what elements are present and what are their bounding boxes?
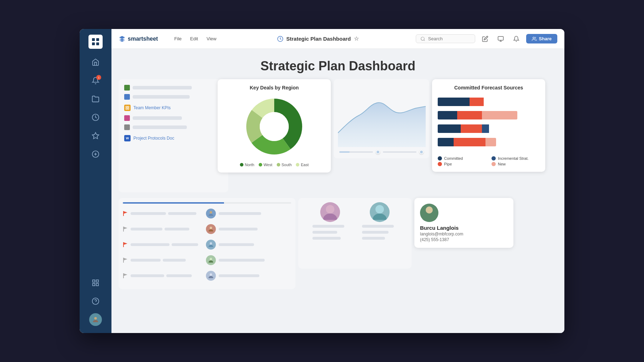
svg-rect-1 [96,38,99,41]
contact-name: Burcu Langlois [420,225,459,231]
user-avatar-icon[interactable] [88,312,103,327]
favorite-star[interactable]: ☆ [354,35,359,42]
team-member-kpis-item[interactable]: Team Member KPIs [124,103,223,112]
donut-chart [242,95,306,158]
svg-point-47 [326,205,334,214]
area-chart-card [334,79,429,158]
legend-east-dot [296,163,299,167]
svg-rect-0 [92,38,95,41]
flag-icon-red [123,242,128,247]
forecast-card: Committed Forecast Sources [432,79,545,172]
forecast-bar-row-4 [438,138,540,146]
table-row [123,269,291,282]
forecast-bar-row-1 [438,98,540,106]
area-chart [338,83,426,147]
menu-file[interactable]: File [171,35,185,43]
avatar-small [206,224,216,234]
svg-point-46 [210,273,212,276]
project-protocols-item[interactable]: W Project Protocols Doc [124,134,223,143]
sidebar-grid-icon[interactable] [88,275,103,291]
row-bars-right [219,212,291,215]
legend-committed: Committed [438,156,486,160]
dashboard-title: Strategic Plan Dashboard [286,36,351,42]
search-bar[interactable] [416,34,475,43]
contact-phone: (425) 555-1387 [420,237,449,242]
svg-rect-25 [126,108,127,110]
topbar-logo: smartsheet [119,35,158,42]
avatar-small [206,271,216,281]
sidebar-star-icon[interactable] [88,128,103,144]
svg-point-37 [210,227,212,229]
flag-icon-gray [123,258,128,263]
row-bars [131,212,203,215]
svg-line-18 [424,40,425,41]
flag-icon-red [123,211,128,216]
bar-placeholder [133,86,192,89]
forecast-legend: Committed Incremental Strat. Pipe N [438,156,540,166]
sidebar-bell-icon[interactable]: 1 [88,73,103,88]
key-deals-title: Key Deals by Region [223,85,325,90]
flag-icon-gray [123,273,128,278]
app-logo[interactable] [88,35,103,49]
svg-rect-33 [123,211,124,216]
person-1 [312,202,348,241]
sidebar-home-icon[interactable] [88,54,103,70]
menu-view[interactable]: View [203,35,220,43]
legend-pipe: Pipe [438,162,486,166]
kpi-doc-icon [124,105,131,111]
svg-point-17 [421,37,424,40]
svg-rect-26 [128,108,129,110]
sidebar-clock-icon[interactable] [88,110,103,125]
svg-point-43 [210,258,212,260]
contact-email: langlois@mbfcorp.com [420,232,463,237]
notification-icon[interactable] [511,33,522,45]
row-bars-right [219,259,291,262]
slider-handle-left[interactable] [376,150,380,154]
table-panel [119,198,295,289]
topbar: smartsheet File Edit View Strategic Plan… [111,29,564,49]
svg-rect-11 [93,284,95,286]
avatar-small [206,240,216,250]
sidebar-folder-icon[interactable] [88,91,103,107]
svg-point-49 [426,206,433,214]
table-row [123,254,291,267]
sidebar: 1 [80,29,111,333]
team-member-kpis-label: Team Member KPIs [133,105,171,110]
forecast-bars [438,95,540,152]
sidebar-add-icon[interactable] [88,146,103,162]
table-row [123,207,291,220]
menu-edit[interactable]: Edit [186,35,201,43]
left-panel: Team Member KPIs W Project Pro [119,79,228,192]
forecast-bar-row-2 [438,111,540,119]
sidebar-help-icon[interactable] [88,293,103,309]
bar-placeholder [133,95,190,99]
table-row [123,223,291,235]
panel-row-1 [124,85,223,90]
notification-badge: 1 [96,75,101,80]
donut-legend: North West South East [223,163,325,167]
svg-rect-2 [92,42,95,45]
panel-row-3 [124,115,223,121]
word-doc-icon: W [124,135,131,141]
svg-point-15 [94,317,97,320]
slider-handle-right[interactable] [419,150,424,154]
people-panel [298,198,412,269]
legend-new: New [491,162,540,166]
avatar-small [206,209,216,218]
color-indicator [124,115,130,121]
contact-avatar [420,204,438,222]
search-input[interactable] [428,36,471,41]
people-row [312,202,397,241]
present-icon[interactable] [495,33,506,45]
row-bars-right [219,274,291,277]
svg-point-34 [210,211,212,214]
bar-placeholder [133,125,187,129]
topbar-title-section: Strategic Plan Dashboard ☆ [226,35,410,42]
share-button[interactable]: Share [526,34,557,43]
committed-dot [438,156,442,160]
edit-icon[interactable] [479,33,491,45]
app-name: smartsheet [128,36,158,42]
svg-point-48 [375,205,384,214]
pipe-dot [438,162,442,166]
legend-south-dot [277,163,280,167]
